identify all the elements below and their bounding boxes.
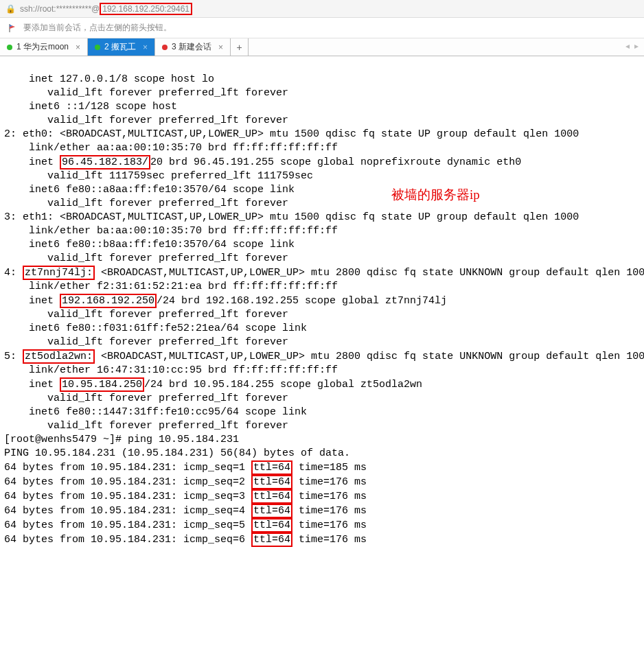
- term-line: link/ether ba:aa:00:10:35:70 brd ff:ff:f…: [4, 225, 338, 237]
- annotation-blocked-ip: 被墙的服务器ip: [391, 188, 480, 202]
- tab-label: 3 新建会话: [172, 41, 211, 53]
- term-line: inet: [4, 379, 60, 390]
- highlight-ttl: ttl=64: [251, 460, 292, 475]
- term-line: <BROADCAST,MULTICAST,UP,LOWER_UP> mtu 28…: [95, 267, 644, 279]
- highlight-iface-zt7: zt7nnj74lj:: [23, 266, 95, 280]
- tab-new-session[interactable]: 3 新建会话 ×: [155, 38, 231, 56]
- terminal-output[interactable]: inet 127.0.0.1/8 scope host lo valid_lft…: [0, 56, 644, 579]
- address-highlight: 192.168.192.250:29461: [100, 3, 192, 15]
- add-tab-button[interactable]: +: [231, 38, 249, 56]
- status-dot-icon: [7, 45, 12, 50]
- term-line: 64 bytes from 10.95.184.231: icmp_seq=1: [4, 462, 251, 474]
- term-line: valid_lft 111759sec preferred_lft 111759…: [4, 170, 313, 182]
- term-line: 3: eth1: <BROADCAST,MULTICAST,UP,LOWER_U…: [4, 211, 579, 223]
- close-icon[interactable]: ×: [76, 43, 80, 52]
- term-line: inet: [4, 156, 60, 168]
- term-line: inet 127.0.0.1/8 scope host lo: [4, 73, 214, 85]
- term-line: valid_lft forever preferred_lft forever: [4, 198, 288, 209]
- tab-banwa[interactable]: 2 搬瓦工 ×: [88, 38, 155, 56]
- highlight-ttl: ttl=64: [251, 504, 292, 518]
- term-line: PING 10.95.184.231 (10.95.184.231) 56(84…: [4, 447, 350, 459]
- tab-bar: 1 华为云moon × 2 搬瓦工 × 3 新建会话 × + ◂ ▸: [0, 38, 644, 56]
- term-line: link/ether 16:47:31:10:cc:95 brd ff:ff:f…: [4, 364, 338, 376]
- highlight-ttl: ttl=64: [251, 475, 292, 489]
- term-line: 64 bytes from 10.95.184.231: icmp_seq=2: [4, 476, 251, 488]
- term-line: 20 brd 96.45.191.255 scope global nopref…: [150, 156, 521, 168]
- term-line: 64 bytes from 10.95.184.231: icmp_seq=4: [4, 505, 251, 517]
- term-line: time=176 ms: [292, 491, 367, 502]
- hint-bar: 要添加当前会话，点击左侧的箭头按钮。: [0, 18, 644, 38]
- term-line: time=176 ms: [292, 505, 367, 517]
- tab-label: 1 华为云moon: [16, 41, 69, 53]
- term-line: valid_lft forever preferred_lft forever: [4, 253, 288, 264]
- address-prefix: ssh://root:***********@: [20, 4, 100, 14]
- term-line: /24 brd 10.95.184.255 scope global zt5od…: [144, 379, 422, 390]
- term-line: link/ether f2:31:61:52:21:ea brd ff:ff:f…: [4, 281, 338, 292]
- term-line: 64 bytes from 10.95.184.231: icmp_seq=5: [4, 519, 251, 531]
- highlight-iface-zt5: zt5odla2wn:: [23, 349, 95, 364]
- term-line: 5:: [4, 351, 23, 362]
- highlight-ttl: ttl=64: [251, 518, 292, 533]
- term-line: valid_lft forever preferred_lft forever: [4, 393, 288, 404]
- address-bar: 🔒 ssh://root:***********@ 192.168.192.25…: [0, 0, 644, 18]
- term-line: time=176 ms: [292, 534, 367, 546]
- term-line: link/ether aa:aa:00:10:35:70 brd ff:ff:f…: [4, 142, 338, 154]
- term-line: /24 brd 192.168.192.255 scope global zt7…: [157, 295, 447, 307]
- term-line: inet6 fe80::1447:31ff:fe10:cc95/64 scope…: [4, 406, 307, 418]
- term-line: <BROADCAST,MULTICAST,UP,LOWER_UP> mtu 28…: [95, 351, 644, 362]
- highlight-ttl: ttl=64: [251, 489, 292, 504]
- term-line: valid_lft forever preferred_lft forever: [4, 115, 288, 126]
- highlight-ip-eth0: 96.45.182.183/: [60, 155, 150, 170]
- term-line: inet6 fe80::b8aa:ff:fe10:3570/64 scope l…: [4, 239, 295, 250]
- tab-label: 2 搬瓦工: [104, 41, 136, 53]
- lock-icon: 🔒: [5, 4, 16, 14]
- highlight-ttl: ttl=64: [251, 533, 292, 547]
- term-line: valid_lft forever preferred_lft forever: [4, 87, 288, 99]
- term-line: time=176 ms: [292, 519, 367, 531]
- term-line: valid_lft forever preferred_lft forever: [4, 420, 288, 432]
- term-line: 64 bytes from 10.95.184.231: icmp_seq=6: [4, 534, 251, 546]
- tab-nav-arrows[interactable]: ◂ ▸: [625, 41, 640, 51]
- close-icon[interactable]: ×: [218, 43, 223, 52]
- close-icon[interactable]: ×: [143, 43, 148, 52]
- term-line: inet: [4, 295, 60, 307]
- hint-text: 要添加当前会话，点击左侧的箭头按钮。: [23, 22, 172, 34]
- status-dot-icon: [95, 45, 100, 50]
- term-line: 64 bytes from 10.95.184.231: icmp_seq=3: [4, 491, 251, 502]
- highlight-ip-zt7: 192.168.192.250: [60, 294, 157, 308]
- term-line: valid_lft forever preferred_lft forever: [4, 336, 288, 348]
- term-line: valid_lft forever preferred_lft forever: [4, 309, 288, 320]
- term-line: inet6 fe80::f031:61ff:fe52:21ea/64 scope…: [4, 323, 307, 334]
- term-line: time=185 ms: [292, 462, 367, 474]
- term-line: [root@wenhs5479 ~]# ping 10.95.184.231: [4, 434, 239, 445]
- term-line: inet6 ::1/128 scope host: [4, 101, 177, 113]
- highlight-ip-zt5: 10.95.184.250: [60, 377, 144, 392]
- term-line: 2: eth0: <BROADCAST,MULTICAST,UP,LOWER_U…: [4, 128, 579, 140]
- term-line: 4:: [4, 267, 23, 279]
- term-line: time=176 ms: [292, 476, 367, 488]
- flag-icon: [8, 23, 18, 33]
- tab-huawei[interactable]: 1 华为云moon ×: [0, 38, 88, 56]
- status-dot-icon: [162, 45, 168, 50]
- term-line: inet6 fe80::a8aa:ff:fe10:3570/64 scope l…: [4, 184, 295, 196]
